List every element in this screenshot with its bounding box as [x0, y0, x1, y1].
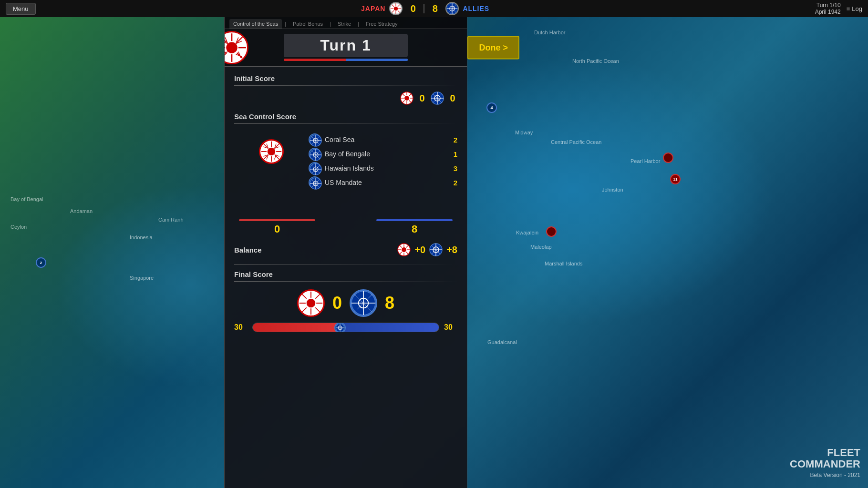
japan-total-num: 0 — [274, 223, 280, 235]
allies-total-bar — [376, 219, 453, 221]
allies-total-num: 8 — [412, 223, 417, 235]
japan-total-bar — [239, 219, 315, 221]
tab-free-strategy[interactable]: Free Strategy — [362, 19, 402, 29]
final-score-title: Final Score — [234, 270, 457, 278]
map-unit-3 — [546, 226, 557, 237]
allies-side: Coral Sea 2 — [309, 130, 457, 215]
turn-modal: Control of the Seas | Patrol Bonus | Str… — [224, 17, 467, 488]
balance-label: Balance — [234, 246, 397, 254]
modal-tabs: Control of the Seas | Patrol Bonus | Str… — [225, 17, 467, 29]
final-japan-icon — [297, 289, 325, 317]
svg-point-1 — [394, 7, 398, 11]
top-bar: Menu JAPAN 0 8 — [0, 0, 868, 17]
tab-patrol-bonus[interactable]: Patrol Bonus — [289, 19, 327, 29]
top-right: Turn 1/10 April 1942 ≡ Log — [815, 2, 862, 15]
svg-point-17 — [226, 42, 237, 53]
map-unit-1: 4 — [486, 102, 497, 113]
region-name-coral-sea: Coral Sea — [325, 136, 444, 143]
initial-score-divider — [234, 85, 457, 86]
final-japan-num: 0 — [332, 293, 342, 313]
sea-control-body: Coral Sea 2 — [234, 130, 457, 215]
region-allies-icon-1 — [309, 133, 321, 146]
progress-marker — [334, 323, 346, 332]
turn-progress-bar — [284, 59, 408, 61]
turn-header-japan-icon — [225, 31, 248, 64]
japan-score: 0 — [406, 3, 420, 14]
map-unit-4: 2 — [36, 257, 46, 268]
turn-title-box: Turn 1 — [234, 34, 457, 61]
progress-bar-blue — [340, 323, 439, 332]
sea-control-title: Sea Control Score — [234, 112, 457, 121]
initial-japan-icon — [400, 92, 413, 105]
balance-japan-icon — [397, 243, 411, 256]
allies-score: 8 — [428, 3, 442, 14]
menu-button[interactable]: Menu — [6, 3, 36, 15]
region-name-hawaian: Hawaian Islands — [325, 164, 444, 172]
initial-score-title: Initial Score — [234, 74, 457, 82]
svg-point-109 — [307, 299, 316, 308]
region-val-bay-bengale: 1 — [448, 150, 457, 158]
japan-big-icon — [259, 139, 284, 164]
japan-side — [234, 130, 309, 215]
region-name-bay-bengale: Bay of Bengale — [325, 150, 444, 158]
initial-allies-icon — [431, 92, 444, 105]
initial-score-row: 0 0 — [234, 92, 457, 105]
tab-control-seas[interactable]: Control of the Seas — [229, 19, 282, 29]
region-val-us-mandate: 2 — [448, 179, 457, 187]
balance-allies-icon — [429, 243, 443, 256]
log-button[interactable]: ≡ Log — [847, 5, 862, 12]
turn-info: Turn 1/10 April 1942 — [815, 2, 841, 15]
final-allies-icon — [350, 289, 377, 317]
svg-point-35 — [404, 96, 409, 101]
japan-faction-icon — [389, 2, 403, 15]
score-bar: JAPAN 0 8 — [361, 2, 489, 15]
progress-right-num: 30 — [444, 323, 457, 332]
svg-point-51 — [268, 148, 276, 156]
region-row-bay-bengale: Bay of Bengale 1 — [309, 148, 457, 160]
region-allies-icon-2 — [309, 148, 321, 160]
balance-score: +0 +8 — [397, 243, 457, 256]
japan-total-side: 0 — [239, 219, 315, 235]
score-totals: 0 8 — [234, 219, 457, 235]
final-score-icons: 0 8 — [234, 289, 457, 317]
allies-label: ALLIES — [463, 5, 489, 12]
balance-japan-val: +0 — [414, 244, 425, 255]
final-allies-num: 8 — [385, 293, 394, 313]
allies-total-side: 8 — [376, 219, 453, 235]
region-name-us-mandate: US Mandate — [325, 179, 444, 186]
modal-content: Initial Score 0 — [225, 67, 467, 488]
sea-control-section: Sea Control Score — [234, 112, 457, 235]
final-score-section: Final Score — [234, 270, 457, 332]
progress-left-num: 30 — [234, 323, 248, 332]
region-row-us-mandate: US Mandate 2 — [309, 176, 457, 189]
balance-row: Balance +0 — [234, 243, 457, 256]
balance-divider — [234, 264, 457, 264]
progress-bar — [252, 323, 439, 332]
turn-title: Turn 1 — [284, 34, 408, 57]
final-progress-container: 30 30 — [234, 323, 457, 332]
sea-control-divider — [234, 123, 457, 124]
region-val-coral-sea: 2 — [448, 136, 457, 144]
region-row-hawaian: Hawaian Islands 3 — [309, 162, 457, 174]
turn-header: Turn 1 Done > — [225, 29, 467, 67]
japan-label: JAPAN — [361, 5, 385, 12]
region-val-hawaian: 3 — [448, 164, 457, 173]
tab-strike[interactable]: Strike — [334, 19, 355, 29]
progress-bar-red — [253, 323, 340, 332]
map-unit-5: 11 — [670, 174, 681, 184]
initial-allies-score: 0 — [448, 93, 457, 104]
allies-faction-icon — [445, 2, 459, 15]
final-score-divider — [234, 281, 457, 282]
score-divider — [424, 4, 424, 13]
balance-allies-val: +8 — [446, 244, 457, 255]
region-allies-icon-4 — [309, 176, 321, 189]
region-allies-icon-3 — [309, 162, 321, 174]
region-row-coral-sea: Coral Sea 2 — [309, 133, 457, 146]
initial-japan-score: 0 — [417, 93, 427, 104]
svg-point-93 — [402, 247, 406, 252]
beta-version: FLEETCOMMANDER Beta Version - 2021 — [790, 447, 860, 478]
done-button[interactable]: Done > — [467, 36, 519, 59]
map-unit-2 — [663, 152, 673, 163]
